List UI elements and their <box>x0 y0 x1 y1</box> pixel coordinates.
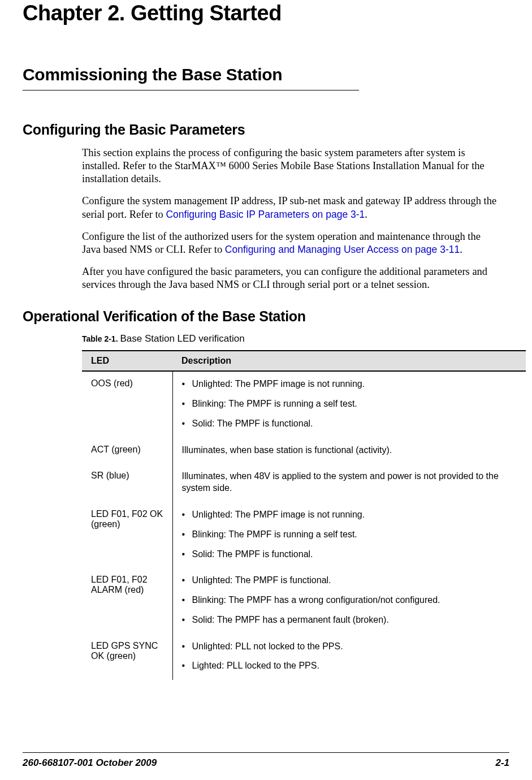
list-item: Solid: The PMPF has a permanent fault (b… <box>182 614 517 626</box>
table-row: ACT (green)Illuminates, when base statio… <box>82 438 526 464</box>
body-paragraph: Configure the list of the authorized use… <box>82 230 501 256</box>
table-header-description: Description <box>172 351 526 371</box>
subsection-configuring-params: Configuring the Basic Parameters <box>23 122 509 138</box>
body-paragraph: This section explains the process of con… <box>82 146 501 186</box>
table-row: LED GPS SYNC OK (green)Unlighted: PLL no… <box>82 634 526 680</box>
led-description-cell: Illuminates, when 48V is applied to the … <box>172 464 526 502</box>
table-row: SR (blue)Illuminates, when 48V is applie… <box>82 464 526 502</box>
table-caption: Table 2-1. Base Station LED verification <box>82 333 509 344</box>
page-footer: 260-668107-001 October 2009 2-1 <box>23 752 509 769</box>
led-description-cell: Illuminates, when base station is functi… <box>172 438 526 464</box>
description-text: Illuminates, when base station is functi… <box>182 445 517 456</box>
led-name-cell: SR (blue) <box>82 464 172 502</box>
link-configuring-ip[interactable]: Configuring Basic IP Parameters on page … <box>166 209 365 220</box>
list-item: Solid: The PMPF is functional. <box>182 549 517 561</box>
list-item: Unlighted: The PMPF image is not running… <box>182 509 517 521</box>
list-item: Unlighted: The PMPF image is not running… <box>182 378 517 390</box>
text-run: . <box>460 244 462 255</box>
led-name-cell: ACT (green) <box>82 438 172 464</box>
led-description-cell: Unlighted: The PMPF image is not running… <box>172 371 526 437</box>
list-item: Blinking: The PMPF is running a self tes… <box>182 398 517 410</box>
led-name-cell: LED F01, F02 OK (green) <box>82 502 172 568</box>
footer-doc-id: 260-668107-001 October 2009 <box>23 757 157 769</box>
led-description-cell: Unlighted: The PMPF image is not running… <box>172 502 526 568</box>
bullet-list: Unlighted: The PMPF is functional.Blinki… <box>182 575 517 626</box>
list-item: Blinking: The PMPF has a wrong configura… <box>182 594 517 606</box>
caption-text: Base Station LED verification <box>120 333 244 344</box>
table-row: LED F01, F02 OK (green)Unlighted: The PM… <box>82 502 526 568</box>
list-item: Unlighted: The PMPF is functional. <box>182 575 517 587</box>
list-item: Solid: The PMPF is functional. <box>182 418 517 430</box>
table-row: LED F01, F02 ALARM (red)Unlighted: The P… <box>82 568 526 634</box>
table-header-row: LED Description <box>82 351 526 371</box>
led-name-cell: OOS (red) <box>82 371 172 437</box>
led-description-cell: Unlighted: PLL not locked to the PPS.Lig… <box>172 634 526 680</box>
footer-page-number: 2-1 <box>495 757 509 769</box>
list-item: Blinking: The PMPF is running a self tes… <box>182 529 517 541</box>
led-description-cell: Unlighted: The PMPF is functional.Blinki… <box>172 568 526 634</box>
led-table: LED Description OOS (red)Unlighted: The … <box>82 350 526 680</box>
list-item: Lighted: PLL locked to the PPS. <box>182 660 517 672</box>
section-rule <box>23 90 359 91</box>
caption-label: Table 2-1. <box>82 334 120 343</box>
table-row: OOS (red)Unlighted: The PMPF image is no… <box>82 371 526 437</box>
chapter-title: Chapter 2. Getting Started <box>23 1 509 25</box>
subsection-operational-verification: Operational Verification of the Base Sta… <box>23 308 509 325</box>
text-run: . <box>365 209 367 220</box>
description-text: Illuminates, when 48V is applied to the … <box>182 471 517 494</box>
body-paragraph: After you have configured the basic para… <box>82 265 501 291</box>
bullet-list: Unlighted: The PMPF image is not running… <box>182 509 517 560</box>
bullet-list: Unlighted: PLL not locked to the PPS.Lig… <box>182 641 517 673</box>
link-managing-user-access[interactable]: Configuring and Managing User Access on … <box>225 244 460 255</box>
section-title: Commissioning the Base Station <box>23 65 509 84</box>
list-item: Unlighted: PLL not locked to the PPS. <box>182 641 517 653</box>
bullet-list: Unlighted: The PMPF image is not running… <box>182 378 517 429</box>
body-paragraph: Configure the system management IP addre… <box>82 195 501 221</box>
table-header-led: LED <box>82 351 172 371</box>
led-name-cell: LED GPS SYNC OK (green) <box>82 634 172 680</box>
led-name-cell: LED F01, F02 ALARM (red) <box>82 568 172 634</box>
